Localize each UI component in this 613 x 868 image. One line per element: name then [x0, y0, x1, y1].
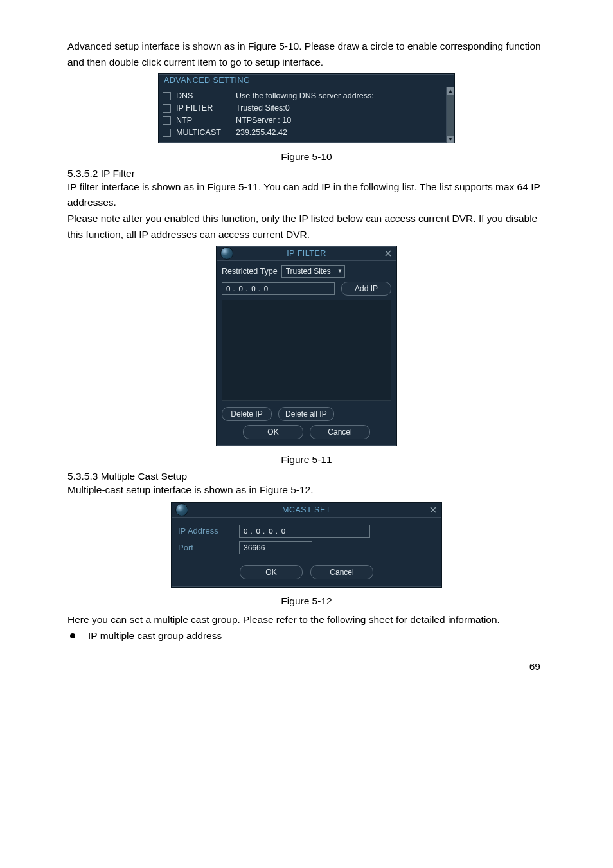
advanced-item-desc: NTPServer : 10: [236, 116, 291, 125]
cancel-button[interactable]: Cancel: [310, 425, 370, 439]
scroll-up-icon[interactable]: ▲: [447, 87, 454, 95]
bullet-icon: [70, 633, 75, 638]
delete-all-ip-button[interactable]: Delete all IP: [278, 407, 334, 421]
scroll-thumb[interactable]: [447, 95, 454, 136]
advanced-item-desc: Use the following DNS server address:: [236, 91, 374, 100]
mcast-titlebar: MCAST SET: [172, 503, 441, 518]
ok-button[interactable]: OK: [240, 565, 303, 579]
ip-octet[interactable]: 0: [281, 527, 285, 535]
bullet-text: IP multiple cast group address: [88, 630, 222, 642]
ip-address-label: IP Address: [178, 526, 233, 536]
page-number: 69: [67, 661, 546, 673]
ip-octet[interactable]: 0: [239, 285, 243, 293]
advanced-item-desc: Trusted Sites:0: [236, 104, 290, 113]
advanced-item-desc: 239.255.42.42: [236, 128, 287, 137]
port-input[interactable]: 36666: [239, 541, 312, 554]
add-ip-button[interactable]: Add IP: [341, 282, 391, 296]
close-icon[interactable]: [429, 505, 438, 514]
advanced-desc-list: Use the following DNS server address: Tr…: [236, 90, 450, 139]
advanced-item-ntp[interactable]: NTP: [163, 114, 227, 127]
mcast-title: MCAST SET: [172, 505, 441, 514]
ip-filter-panel: IP FILTER Restricted Type Trusted Sites …: [216, 246, 397, 446]
ip-octet[interactable]: 0: [251, 285, 255, 293]
mcast-ip-input[interactable]: 0 . 0 . 0 . 0: [239, 525, 370, 538]
restricted-type-combo[interactable]: Trusted Sites ▼: [281, 265, 345, 278]
combo-value: Trusted Sites: [282, 267, 335, 276]
checkbox-icon[interactable]: [163, 92, 171, 100]
ip-filter-titlebar: IP FILTER: [217, 246, 396, 261]
ip-octet[interactable]: 0: [269, 527, 272, 535]
advanced-item-dns[interactable]: DNS: [163, 90, 227, 102]
ipfilter-paragraph-1: IP filter interface is shown as in Figur…: [67, 179, 546, 212]
advanced-item-label: IP FILTER: [176, 104, 213, 113]
ip-filter-title: IP FILTER: [217, 249, 396, 258]
bullet-item: IP multiple cast group address: [67, 630, 546, 642]
restricted-type-label: Restricted Type: [222, 267, 278, 276]
ip-list[interactable]: [222, 300, 391, 401]
cancel-button[interactable]: Cancel: [310, 565, 373, 579]
ok-button[interactable]: OK: [243, 425, 303, 439]
mcast-heading: 5.3.5.3 Multiple Cast Setup: [67, 471, 546, 482]
app-orb-icon: [220, 247, 233, 260]
delete-ip-button[interactable]: Delete IP: [222, 407, 272, 421]
port-label: Port: [178, 543, 233, 552]
chevron-down-icon[interactable]: ▼: [335, 266, 344, 277]
mcast-outro-paragraph: Here you can set a multiple cast group. …: [67, 612, 546, 628]
ip-filter-heading: 5.3.5.2 IP Filter: [67, 168, 546, 179]
scrollbar[interactable]: ▲ ▼: [446, 87, 454, 143]
scroll-down-icon[interactable]: ▼: [447, 136, 454, 143]
advanced-item-ipfilter[interactable]: IP FILTER: [163, 102, 227, 114]
ip-octet[interactable]: 0: [256, 527, 260, 535]
mcast-panel: MCAST SET IP Address 0 . 0 . 0 . 0 Port: [171, 502, 442, 588]
advanced-item-label: MULTICAST: [176, 128, 221, 137]
ip-address-input[interactable]: 0 . 0 . 0 . 0: [222, 282, 335, 295]
port-value: 36666: [244, 543, 265, 552]
advanced-item-list: DNS IP FILTER NTP MULTICAST: [163, 90, 227, 139]
mcast-intro-paragraph: Multiple-cast setup interface is shown a…: [67, 482, 546, 498]
advanced-item-label: DNS: [176, 91, 193, 100]
ip-octet[interactable]: 0: [244, 527, 247, 535]
advanced-setting-title: ADVANCED SETTING: [159, 74, 454, 87]
app-orb-icon: [175, 503, 188, 516]
ipfilter-paragraph-2: Please note after you enabled this funct…: [67, 211, 546, 243]
advanced-item-label: NTP: [176, 116, 192, 125]
figure-caption: Figure 5-10: [67, 151, 546, 163]
intro-paragraph: Advanced setup interface is shown as in …: [67, 39, 546, 71]
close-icon[interactable]: [384, 249, 393, 258]
figure-caption: Figure 5-11: [67, 454, 546, 466]
ip-octet[interactable]: 0: [226, 285, 230, 293]
figure-caption: Figure 5-12: [67, 595, 546, 607]
checkbox-icon[interactable]: [163, 116, 171, 125]
checkbox-icon[interactable]: [163, 104, 171, 113]
advanced-setting-panel: ADVANCED SETTING DNS IP FILTER NTP MULTI…: [158, 73, 455, 143]
ip-octet[interactable]: 0: [264, 285, 268, 293]
advanced-item-multicast[interactable]: MULTICAST: [163, 127, 227, 139]
checkbox-icon[interactable]: [163, 129, 171, 137]
